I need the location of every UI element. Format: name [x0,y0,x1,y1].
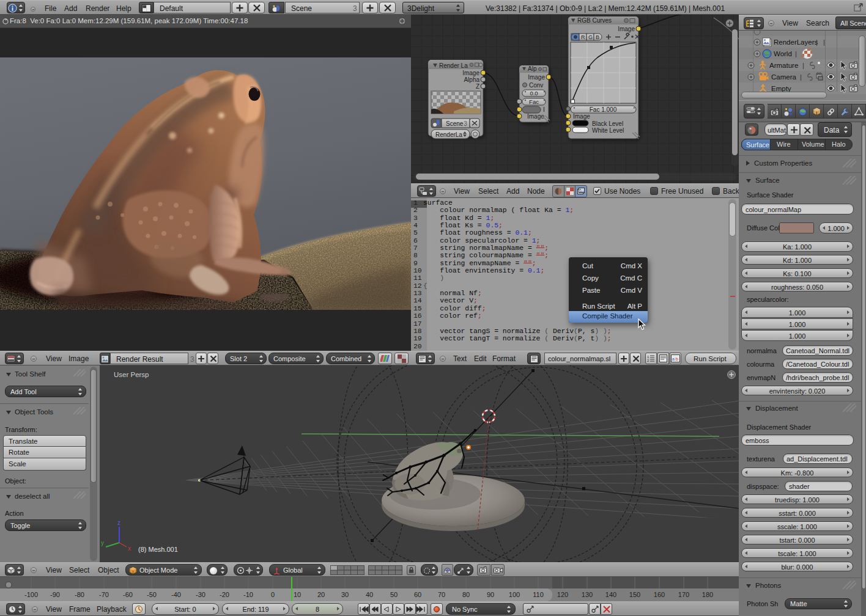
svg-text:70: 70 [438,591,445,598]
svg-text:Render La: Render La [439,62,468,69]
svg-text:-100: -100 [24,591,38,598]
svg-text:110: 110 [533,591,544,598]
svg-text:180: 180 [702,591,713,598]
svg-text:y: y [101,540,104,546]
svg-text:-90: -90 [50,591,60,598]
svg-text:-10: -10 [243,591,253,598]
svg-text:-30: -30 [196,591,205,598]
svg-text:0.0: 0.0 [530,90,538,97]
svg-text:120: 120 [557,591,568,598]
svg-text:10: 10 [294,591,301,598]
svg-text:0: 0 [271,591,275,598]
svg-text:-20: -20 [220,591,229,598]
svg-text:Fac: Fac [529,98,539,105]
svg-text:Z: Z [476,83,479,90]
svg-text:Conv: Conv [529,82,543,89]
svg-text:80: 80 [462,591,470,598]
svg-text:|: | [795,50,797,57]
svg-text:RenderLayers: RenderLayers [774,38,818,46]
svg-text:Fac 1.000: Fac 1.000 [590,106,617,113]
svg-text:Image: Image [527,113,544,120]
svg-text:20: 20 [317,591,325,598]
svg-text:b: b [676,356,679,362]
svg-text:Image: Image [573,113,590,120]
svg-text:User Persp: User Persp [114,371,149,378]
svg-text:90: 90 [487,591,494,598]
svg-text:160: 160 [654,591,665,598]
svg-text:B: B [596,34,599,40]
svg-text:-80: -80 [75,591,84,598]
svg-text:G: G [588,34,593,40]
svg-text:-50: -50 [147,591,157,598]
svg-text:RGB Curves: RGB Curves [577,17,612,24]
svg-text:30: 30 [341,591,349,598]
svg-text:Alp: Alp [528,65,537,72]
svg-text:Armature: Armature [769,62,798,69]
svg-text:|: | [800,73,802,81]
svg-text:R: R [581,34,585,40]
svg-text:50: 50 [390,591,398,598]
svg-text:Image: Image [462,70,479,76]
svg-text:Camera: Camera [771,73,797,81]
svg-text:-60: -60 [123,591,133,598]
svg-text:(8) Mesh.001: (8) Mesh.001 [138,546,178,553]
svg-text:-40: -40 [171,591,181,598]
svg-text:RenderLa: RenderLa [435,131,462,138]
svg-text:|: | [816,38,818,46]
svg-text:130: 130 [582,591,593,598]
svg-text:Image: Image [618,26,635,32]
svg-text:White Level: White Level [592,127,624,134]
svg-text:100: 100 [509,591,520,598]
svg-text:Image: Image [528,74,545,81]
svg-text:I: I [543,106,545,113]
svg-text:x: x [128,545,131,552]
svg-text:140: 140 [605,591,616,598]
svg-text:Alpha: Alpha [464,76,479,83]
svg-text:170: 170 [678,591,689,598]
svg-text:|: | [802,62,804,69]
svg-text:40: 40 [366,591,373,598]
svg-text:60: 60 [414,591,421,598]
svg-text:150: 150 [629,591,640,598]
svg-text:|: | [823,38,825,46]
svg-text:Scene: Scene [446,120,464,127]
svg-text:World: World [774,50,792,57]
svg-text:z: z [117,519,120,526]
svg-text:a: a [672,356,675,362]
svg-text:3: 3 [464,120,467,127]
svg-text:-70: -70 [99,591,109,598]
svg-text:2: 2 [647,359,650,362]
svg-text:Black Level: Black Level [592,120,623,127]
